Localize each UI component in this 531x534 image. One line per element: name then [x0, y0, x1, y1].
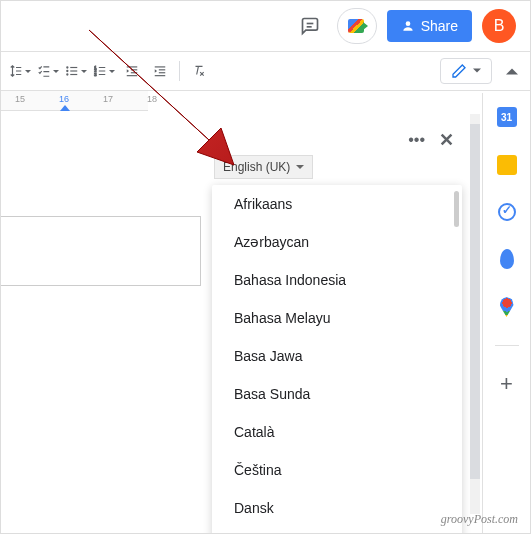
- document-workspace: ••• ✕ English (UK) Afrikaans Azərbaycan …: [1, 111, 530, 534]
- svg-rect-18: [159, 72, 165, 73]
- line-spacing-icon: [9, 64, 23, 78]
- user-avatar[interactable]: B: [482, 9, 516, 43]
- clear-format-icon: [192, 64, 206, 78]
- language-option[interactable]: Basa Sunda: [212, 375, 462, 413]
- comment-history-button[interactable]: [293, 9, 327, 43]
- formatting-toolbar: 123: [1, 51, 530, 91]
- language-option[interactable]: Dansk: [212, 489, 462, 527]
- calendar-day: 31: [501, 112, 512, 123]
- more-options-button[interactable]: •••: [408, 131, 425, 149]
- language-option[interactable]: Bahasa Melayu: [212, 299, 462, 337]
- language-option[interactable]: Basa Jawa: [212, 337, 462, 375]
- increase-indent-icon: [153, 64, 167, 78]
- watermark: groovyPost.com: [441, 512, 518, 527]
- main-scrollbar-track[interactable]: [470, 114, 480, 514]
- horizontal-ruler[interactable]: 15 16 17 18: [1, 91, 148, 111]
- share-button[interactable]: Share: [387, 10, 472, 42]
- svg-rect-19: [155, 75, 166, 76]
- language-option[interactable]: Čeština: [212, 451, 462, 489]
- language-option[interactable]: Azərbaycan: [212, 223, 462, 261]
- line-spacing-button[interactable]: [7, 57, 33, 85]
- svg-rect-6: [70, 67, 77, 68]
- selected-language-label: English (UK): [223, 160, 290, 174]
- chevron-down-icon: [473, 67, 481, 75]
- calendar-icon[interactable]: 31: [497, 107, 517, 127]
- svg-rect-13: [131, 69, 137, 70]
- chevron-up-icon: [506, 65, 518, 77]
- ruler-mark: 16: [59, 94, 69, 104]
- svg-rect-12: [127, 66, 138, 67]
- svg-rect-15: [127, 75, 138, 76]
- svg-point-5: [66, 73, 68, 75]
- svg-point-2: [405, 21, 410, 26]
- clear-formatting-button[interactable]: [186, 57, 212, 85]
- close-button[interactable]: ✕: [439, 129, 454, 151]
- dropdown-scrollbar[interactable]: [454, 191, 459, 227]
- svg-rect-16: [155, 66, 166, 67]
- meet-button[interactable]: [337, 8, 377, 44]
- decrease-indent-icon: [125, 64, 139, 78]
- ruler-mark: 17: [103, 94, 113, 104]
- language-panel-header: ••• ✕: [212, 125, 462, 155]
- share-label: Share: [421, 18, 458, 34]
- checklist-icon: [37, 64, 51, 78]
- svg-point-4: [66, 70, 68, 72]
- editing-mode-button[interactable]: [440, 58, 492, 84]
- increase-indent-button[interactable]: [147, 57, 173, 85]
- bullet-list-button[interactable]: [63, 57, 89, 85]
- app-header: Share B: [1, 1, 530, 51]
- language-option[interactable]: Deutsch: [212, 527, 462, 534]
- language-option[interactable]: Català: [212, 413, 462, 451]
- meet-icon: [348, 19, 364, 33]
- add-addon-button[interactable]: +: [497, 374, 517, 394]
- bullet-list-icon: [65, 64, 79, 78]
- maps-icon[interactable]: [500, 297, 514, 317]
- hide-menus-button[interactable]: [500, 59, 524, 83]
- svg-rect-14: [131, 72, 137, 73]
- language-panel: ••• ✕ English (UK) Afrikaans Azərbaycan …: [212, 125, 462, 534]
- ruler-mark: 15: [15, 94, 25, 104]
- language-option[interactable]: Afrikaans: [212, 185, 462, 223]
- main-scrollbar-thumb[interactable]: [470, 124, 480, 479]
- contacts-icon[interactable]: [500, 249, 514, 269]
- language-dropdown-button[interactable]: English (UK): [214, 155, 313, 179]
- comment-icon: [300, 16, 320, 36]
- svg-rect-8: [70, 74, 77, 75]
- svg-text:3: 3: [94, 72, 97, 77]
- svg-point-3: [66, 66, 68, 68]
- toolbar-separator: [179, 61, 180, 81]
- svg-rect-17: [159, 69, 165, 70]
- ruler-mark: 18: [147, 94, 157, 104]
- side-separator: [495, 345, 519, 346]
- decrease-indent-button[interactable]: [119, 57, 145, 85]
- avatar-initial: B: [494, 17, 505, 35]
- document-page-edge: [1, 216, 201, 286]
- language-option[interactable]: Bahasa Indonesia: [212, 261, 462, 299]
- checklist-button[interactable]: [35, 57, 61, 85]
- side-panel: 31 +: [482, 93, 530, 533]
- tasks-icon[interactable]: [498, 203, 516, 221]
- numbered-list-icon: 123: [93, 64, 107, 78]
- keep-icon[interactable]: [497, 155, 517, 175]
- numbered-list-button[interactable]: 123: [91, 57, 117, 85]
- language-dropdown-list: Afrikaans Azərbaycan Bahasa Indonesia Ba…: [212, 185, 462, 534]
- svg-rect-7: [70, 70, 77, 71]
- pencil-icon: [451, 63, 467, 79]
- person-add-icon: [401, 19, 415, 33]
